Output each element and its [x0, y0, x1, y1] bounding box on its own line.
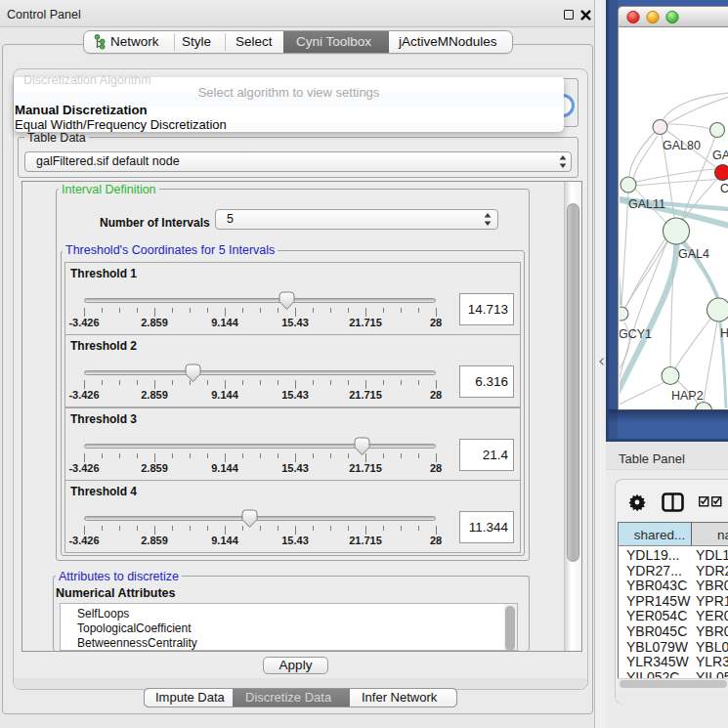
svg-text:GAL4: GAL4 — [678, 247, 709, 261]
svg-text:CD: CD — [720, 182, 728, 195]
svg-text:GAL: GAL — [712, 149, 728, 162]
svg-text:HIS: HIS — [720, 326, 728, 340]
svg-text:GAL11: GAL11 — [628, 197, 665, 211]
svg-text:GCY1: GCY1 — [620, 327, 652, 341]
svg-text:HAP2: HAP2 — [671, 389, 704, 403]
svg-text:GAL80: GAL80 — [663, 139, 701, 152]
